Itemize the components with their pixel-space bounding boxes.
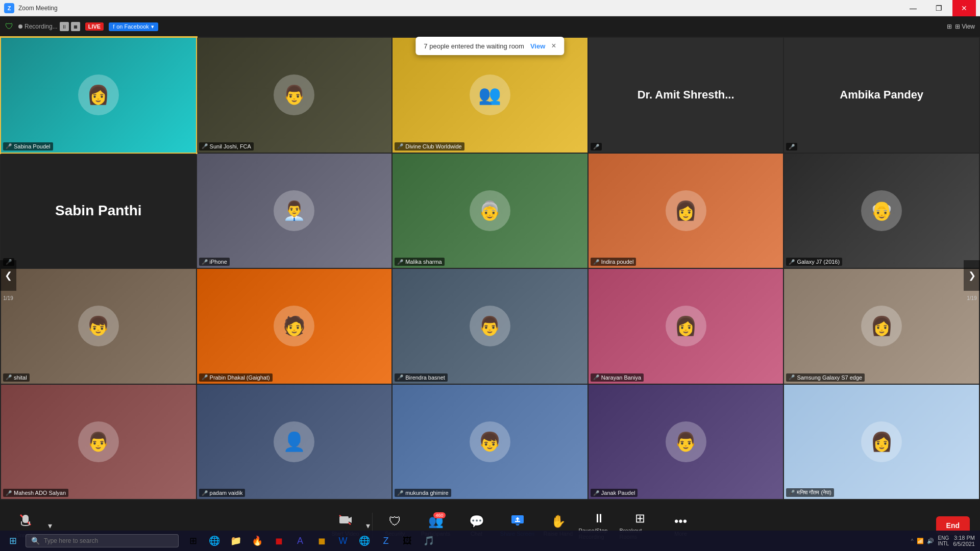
participant-avatar-2: 👥	[470, 74, 510, 115]
participant-cell-12[interactable]: 👨 🎤 Birendra basnet	[393, 269, 587, 384]
waiting-text: people entered the waiting room	[429, 42, 524, 50]
waiting-count: 7	[424, 42, 427, 50]
taskbar-edge-icon[interactable]: 🌐	[204, 531, 225, 551]
participant-cell-4[interactable]: Ambika Pandey 🎤	[784, 38, 979, 153]
taskbar-apps-icon[interactable]: ⊞	[183, 531, 203, 551]
participant-nameoverlay-3: 🎤	[591, 143, 602, 151]
unmute-caret[interactable]: ▾	[48, 521, 52, 531]
prev-page-button[interactable]: ❮ 1/19	[0, 260, 16, 291]
participant-name-17: 🎤 mukunda ghimire	[395, 489, 451, 497]
recording-dot	[18, 24, 22, 29]
waiting-room-close-button[interactable]: ×	[551, 42, 556, 50]
mute-icon-9: 🎤	[789, 259, 795, 265]
facebook-badge: f on Facebook ▾	[109, 22, 158, 31]
participant-cell-16[interactable]: 👤 🎤 padam vaidik	[197, 385, 392, 499]
record-icon: ⏸	[593, 511, 605, 525]
facebook-chevron-icon[interactable]: ▾	[151, 23, 154, 30]
participant-avatar-0: 👩	[78, 74, 119, 115]
windows-icon: ⊞	[9, 535, 17, 546]
participant-cell-19[interactable]: 👩 🎤 मनिषा गौतम (नेपा)	[784, 385, 979, 499]
participant-name-13: 🎤 Narayan Baniya	[591, 373, 644, 382]
recording-badge: Recording... ⏸ ⏹	[18, 22, 80, 31]
mute-icon-7: 🎤	[397, 259, 403, 265]
waiting-room-view-button[interactable]: View	[530, 42, 545, 50]
clock-time: 3:18 PM	[954, 535, 975, 541]
taskbar-app7[interactable]: W	[333, 531, 353, 551]
mute-icon-19: 🎤	[789, 490, 795, 495]
taskbar-app6[interactable]: ◼	[311, 531, 332, 551]
participant-cell-0[interactable]: 👩 🎤 Sabina Poudel	[1, 38, 196, 153]
participant-cell-15[interactable]: 👨 🎤 Mahesh ADO Salyan	[1, 385, 196, 499]
system-clock: 3:18 PM 6/5/2021	[953, 535, 975, 547]
top-bar: 🛡 Recording... ⏸ ⏹ LIVE f on Facebook ▾ …	[0, 16, 980, 37]
participant-name-16: 🎤 padam vaidik	[199, 489, 246, 497]
mute-icon-13: 🎤	[593, 374, 599, 380]
participant-name-4: Ambika Pandey	[840, 88, 923, 102]
mute-icon-16: 🎤	[202, 490, 208, 496]
participant-name-text-12: Birendra basnet	[405, 374, 445, 381]
participant-cell-1[interactable]: 👨 🎤 Sunil Joshi, FCA	[197, 38, 392, 153]
taskbar-app9[interactable]: 🖼	[397, 531, 418, 551]
mute-icon-18: 🎤	[593, 490, 599, 496]
clock-date: 6/5/2021	[953, 541, 975, 547]
participant-avatar-14: 👩	[861, 306, 902, 346]
taskbar-apps: ⊞ 🌐 📁 🔥 ◼ A ◼ W 🌐 Z 🖼	[183, 531, 439, 551]
participant-cell-9[interactable]: 👴 🎤 Galaxy J7 (2016)	[784, 154, 979, 268]
taskbar-search-input[interactable]	[44, 537, 172, 544]
system-tray: ^ 📶 🔊	[911, 538, 934, 544]
zoom-icon: Z	[4, 3, 14, 13]
participant-cell-18[interactable]: 👨 🎤 Janak Paudel	[589, 385, 783, 499]
participant-cell-8[interactable]: 👩 🎤 Indira poudel	[589, 154, 783, 268]
participant-name-text-15: Mahesh ADO Salyan	[14, 490, 66, 496]
participant-cell-7[interactable]: 👵 🎤 Malika sharma	[393, 154, 587, 268]
next-page-button[interactable]: ❯ 1/19	[964, 260, 980, 291]
mute-icon-17: 🎤	[397, 490, 403, 496]
participant-cell-11[interactable]: 🧑 🎤 Prabin Dhakal (Gaighat)	[197, 269, 392, 384]
pause-recording-button[interactable]: ⏸	[60, 22, 69, 31]
view-icon: ⊞	[947, 23, 952, 30]
minimize-button[interactable]: —	[901, 0, 925, 16]
taskbar-chrome-icon[interactable]: 🌐	[354, 531, 375, 551]
participant-cell-17[interactable]: 👦 🎤 mukunda ghimire	[393, 385, 587, 499]
participant-avatar-6: 👨‍💼	[274, 190, 314, 231]
taskbar-app4[interactable]: ◼	[268, 531, 289, 551]
taskbar-search-box[interactable]: 🔍	[26, 534, 179, 547]
taskbar-zoom-icon[interactable]: Z	[376, 531, 396, 551]
stop-recording-button[interactable]: ⏹	[71, 22, 80, 31]
close-button[interactable]: ✕	[952, 0, 976, 16]
taskbar-app5[interactable]: A	[290, 531, 310, 551]
participant-cell-3[interactable]: Dr. Amit Shresth... 🎤	[589, 38, 783, 153]
taskbar-explorer-icon[interactable]: 📁	[226, 531, 246, 551]
waiting-room-message: 7 people entered the waiting room	[424, 42, 524, 50]
participant-avatar-18: 👨	[666, 421, 706, 462]
maximize-button[interactable]: ❐	[927, 0, 950, 16]
participant-cell-5[interactable]: Sabin Panthi 🎤	[1, 154, 196, 268]
participant-cell-6[interactable]: 👨‍💼 🎤 iPhone	[197, 154, 392, 268]
participant-avatar-8: 👩	[666, 190, 706, 231]
start-button[interactable]: ⊞	[0, 531, 26, 551]
tray-up-icon[interactable]: ^	[911, 538, 914, 544]
participant-cell-14[interactable]: 👩 🎤 Samsung Galaxy S7 edge	[784, 269, 979, 384]
network-icon: 📶	[917, 538, 924, 544]
shield-icon: 🛡	[5, 22, 13, 31]
mute-icon-2: 🎤	[397, 143, 403, 149]
participant-cell-10[interactable]: 👦 🎤 shital	[1, 269, 196, 384]
video-caret[interactable]: ▾	[366, 521, 370, 531]
view-button[interactable]: ⊞ ⊞ View	[947, 23, 975, 30]
view-label: ⊞ View	[955, 23, 975, 30]
facebook-icon: f	[113, 23, 114, 30]
participant-avatar-10: 👦	[78, 306, 119, 346]
participant-name-text-9: Galaxy J7 (2016)	[797, 259, 840, 265]
video-icon	[338, 514, 353, 529]
participant-name-19: 🎤 मनिषा गौतम (नेपा)	[786, 488, 834, 497]
taskbar-app10[interactable]: 🎵	[419, 531, 439, 551]
participant-name-text-2: Divine Club Worldwide	[405, 143, 461, 149]
taskbar-app3[interactable]: 🔥	[247, 531, 267, 551]
mute-icon-6: 🎤	[202, 259, 208, 265]
participant-name-10: 🎤 shital	[3, 373, 30, 382]
participant-cell-13[interactable]: 👩 🎤 Narayan Baniya	[589, 269, 783, 384]
participants-count: 460	[433, 512, 445, 518]
participant-avatar-13: 👩	[666, 306, 706, 346]
language-indicator: ENG INTL	[938, 535, 949, 546]
participant-name-3: Dr. Amit Shresth...	[638, 88, 734, 102]
